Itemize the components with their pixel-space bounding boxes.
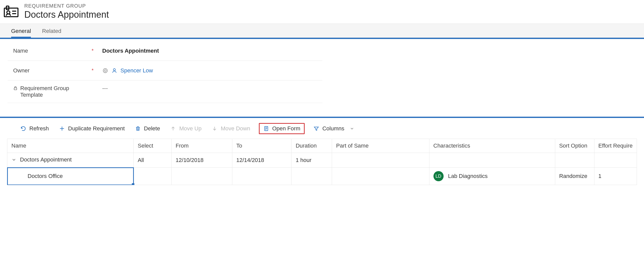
field-name-value[interactable]: Doctors Appointment (102, 48, 159, 54)
refresh-button[interactable]: Refresh (19, 124, 50, 133)
col-header-part-of-same[interactable]: Part of Same (332, 139, 429, 153)
row-to[interactable]: 12/14/2018 (232, 153, 292, 168)
requirement-group-icon (4, 6, 19, 18)
tab-related[interactable]: Related (42, 24, 61, 37)
required-star-icon: * (92, 48, 94, 54)
person-icon (111, 68, 117, 74)
col-header-select[interactable]: Select (134, 139, 172, 153)
move-up-button: Move Up (169, 124, 203, 133)
delete-label: Delete (144, 125, 160, 132)
col-header-effort-required[interactable]: Effort Require (594, 139, 637, 153)
requirements-grid: Name Select From To Duration Part of Sam… (7, 139, 637, 185)
tab-general[interactable]: General (11, 24, 31, 37)
columns-button[interactable]: Columns (312, 124, 357, 133)
page-header: REQUIREMENT GROUP Doctors Appointment (0, 0, 644, 24)
col-header-duration[interactable]: Duration (292, 139, 332, 153)
grid-header-row: Name Select From To Duration Part of Sam… (7, 139, 637, 153)
row-name-selected[interactable]: Doctors Office (7, 168, 134, 185)
row-select[interactable]: All (134, 153, 172, 168)
row-effort-required[interactable]: 1 (594, 168, 637, 185)
duplicate-button[interactable]: Duplicate Requirement (57, 124, 126, 133)
chevron-down-icon[interactable] (11, 157, 16, 162)
page-title: Doctors Appointment (24, 9, 109, 20)
svg-marker-19 (314, 127, 319, 131)
field-template-value: --- (102, 85, 108, 92)
row-to[interactable] (232, 168, 292, 185)
row-part-of-same[interactable] (332, 153, 429, 168)
row-effort-required[interactable] (594, 153, 637, 168)
page-kicker: REQUIREMENT GROUP (24, 3, 109, 9)
col-header-sort-option[interactable]: Sort Option (555, 139, 594, 153)
field-name-label: Name (13, 48, 28, 54)
svg-rect-8 (14, 88, 17, 90)
col-header-name[interactable]: Name (7, 139, 134, 153)
row-from[interactable]: 12/10/2018 (172, 153, 232, 168)
arrow-down-icon (212, 126, 218, 132)
row-characteristics[interactable] (429, 153, 555, 168)
columns-label: Columns (322, 125, 344, 132)
grid-row-parent[interactable]: Doctors Appointment All 12/10/2018 12/14… (7, 153, 637, 168)
arrow-up-icon (170, 126, 176, 132)
open-form-label: Open Form (272, 125, 300, 132)
field-owner-row: Owner * Spencer Low (8, 61, 322, 80)
plus-icon (59, 126, 65, 132)
open-form-button[interactable]: Open Form (259, 123, 305, 134)
avatar: LD (433, 171, 444, 181)
row-name: Doctors Appointment (20, 156, 72, 163)
grid-row-child[interactable]: Doctors Office LD Lab Diagnostics Random… (7, 168, 637, 185)
refresh-icon (20, 126, 26, 132)
row-select[interactable] (134, 168, 172, 185)
svg-point-6 (104, 70, 106, 71)
filter-icon (313, 126, 319, 132)
row-sort-option[interactable] (555, 153, 594, 168)
row-characteristics[interactable]: LD Lab Diagnostics (429, 168, 555, 185)
field-template-row: Requirement Group Template --- (8, 80, 322, 103)
col-header-from[interactable]: From (172, 139, 232, 153)
refresh-label: Refresh (29, 125, 49, 132)
trash-icon (135, 126, 141, 132)
form-icon (263, 126, 269, 132)
move-down-label: Move Down (221, 125, 250, 132)
svg-point-5 (103, 68, 108, 73)
field-name-row: Name * Doctors Appointment (8, 41, 322, 61)
move-down-button: Move Down (210, 124, 252, 133)
chevron-down-icon (349, 126, 355, 132)
row-from[interactable] (172, 168, 232, 185)
info-icon (102, 68, 108, 74)
row-sort-option[interactable]: Randomize (555, 168, 594, 185)
grid-toolbar: Refresh Duplicate Requirement Delete Mov… (0, 118, 644, 139)
move-up-label: Move Up (179, 125, 201, 132)
row-duration[interactable]: 1 hour (292, 153, 332, 168)
form-section: Name * Doctors Appointment Owner * Spenc… (0, 38, 644, 117)
characteristic-label: Lab Diagnostics (448, 173, 488, 179)
svg-point-7 (113, 69, 115, 71)
delete-button[interactable]: Delete (133, 124, 162, 133)
row-part-of-same[interactable] (332, 168, 429, 185)
field-template-label: Requirement Group Template (20, 85, 81, 98)
lock-icon (13, 85, 18, 91)
col-header-characteristics[interactable]: Characteristics (429, 139, 555, 153)
duplicate-label: Duplicate Requirement (68, 125, 125, 132)
field-owner-label: Owner (13, 67, 30, 74)
field-owner-value[interactable]: Spencer Low (120, 67, 153, 74)
required-star-icon: * (92, 68, 94, 73)
row-duration[interactable] (292, 168, 332, 185)
tab-bar: General Related (0, 24, 644, 38)
grid-section: Refresh Duplicate Requirement Delete Mov… (0, 117, 644, 185)
row-name: Doctors Office (28, 173, 63, 179)
col-header-to[interactable]: To (232, 139, 292, 153)
